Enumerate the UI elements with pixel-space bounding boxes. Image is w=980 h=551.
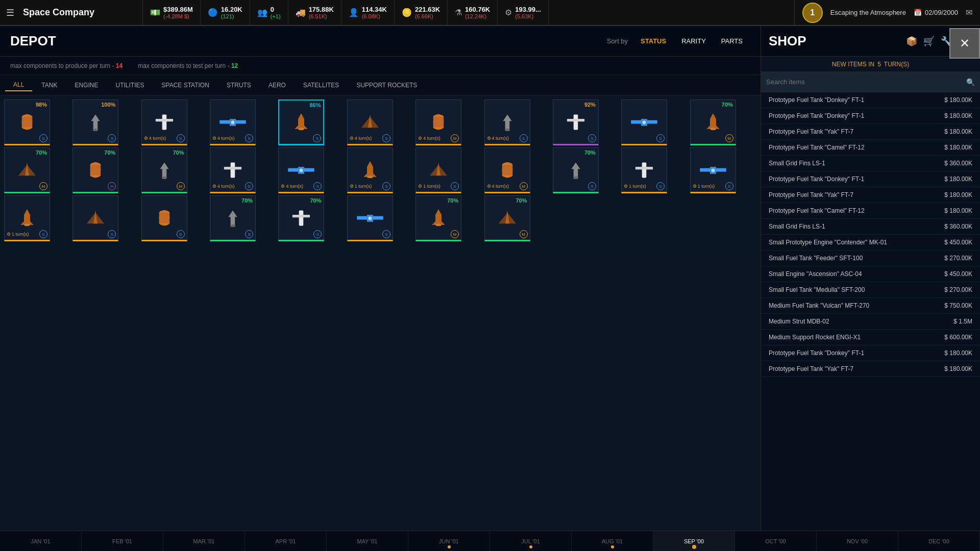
depot-item[interactable]: 70% H	[72, 147, 118, 193]
shop-item-price: $ 180.00K	[944, 176, 972, 183]
timeline-months: JAN '01 FEB '01 MAR '01 APR '01 MAY '01 …	[0, 531, 980, 551]
svg-marker-31	[710, 113, 716, 129]
filter-tab-struts[interactable]: STRUTS	[218, 80, 259, 91]
shop-box-icon[interactable]: 📦	[906, 36, 917, 47]
depot-item[interactable]: ⚙4 turn(s) S	[141, 99, 187, 145]
depot-item[interactable]: 70% S	[553, 147, 599, 193]
shop-list-item[interactable]: Small Fuel Tank "Medulla" SFT-200 $ 270.…	[761, 282, 980, 298]
shop-list-item[interactable]: Prototype Fuel Tank "Donkey" FT-1 $ 180.…	[761, 171, 980, 187]
sort-status-button[interactable]: STATUS	[634, 35, 672, 47]
depot-item[interactable]: 70% S	[278, 195, 324, 241]
depot-item[interactable]: ⚙4 turn(s) S	[347, 99, 393, 145]
shop-list-item[interactable]: Prototype Fuel Tank "Donkey" FT-1 $ 180.…	[761, 345, 980, 361]
depot-item[interactable]: ⚙1 turn(s) S	[415, 147, 461, 193]
depot-item[interactable]: ⚙4 turn(s) S	[210, 147, 256, 193]
svg-rect-64	[635, 167, 653, 169]
date-display: 📅 02/09/2000	[914, 9, 958, 16]
filter-tab-support-rockets[interactable]: SUPPORT ROCKETS	[348, 80, 425, 91]
depot-item-image	[423, 160, 454, 180]
svg-rect-63	[642, 162, 647, 178]
depot-item-pct: 70%	[584, 149, 596, 156]
shop-list-item[interactable]: Medium Support Rocket ENGI-X1 $ 600.00K	[761, 330, 980, 345]
timeline-dot	[529, 545, 532, 548]
size-badge: S	[588, 134, 596, 142]
filter-tab-utilities[interactable]: UTILITIES	[108, 80, 153, 91]
stat-sub-0: (-4.28M $)	[163, 13, 193, 19]
depot-item[interactable]: 70% M	[141, 147, 187, 193]
depot-item-bottom: ⚙4 turn(s) S	[142, 134, 187, 142]
filter-tab-all[interactable]: ALL	[5, 79, 32, 91]
mail-icon[interactable]: ✉	[966, 8, 972, 17]
filter-tab-tank[interactable]: TANK	[33, 80, 65, 91]
depot-item[interactable]: 98% S	[4, 99, 50, 145]
shop-list-item[interactable]: Small Grid Fins LS-1 $ 360.00K	[761, 156, 980, 171]
depot-item[interactable]: ⚙4 turn(s) M	[484, 147, 530, 193]
stat-sub-3: (6.51K)	[309, 13, 334, 19]
depot-item[interactable]: ⚙1 turn(s) S	[347, 147, 393, 193]
shop-list-item[interactable]: Prototype Fuel Tank "Yak" FT-7 $ 180.00K	[761, 361, 980, 377]
depot-item[interactable]: S	[347, 195, 393, 241]
shop-list-item[interactable]: Small Prototype Engine "Contender" MK-01…	[761, 235, 980, 251]
stat-sub-1: (121)	[221, 13, 242, 19]
filter-tab-engine[interactable]: ENGINE	[66, 80, 106, 91]
produce-info: max components to produce per turn - 14	[10, 62, 122, 69]
stat-values-0: $389.86M (-4.28M $)	[163, 6, 193, 19]
shop-list-item[interactable]: Medium Fuel Tank "Vulcan" MFT-270 $ 750.…	[761, 298, 980, 314]
depot-item[interactable]: 70% M	[4, 147, 50, 193]
shop-search[interactable]: 🔍	[761, 72, 980, 92]
stat-icon-3: 🚚	[296, 8, 306, 17]
size-badge: H	[108, 182, 116, 190]
svg-point-24	[504, 128, 509, 131]
depot-item-pct: 70%	[241, 197, 253, 204]
filter-tab-satellites[interactable]: SATELLITES	[295, 80, 347, 91]
timeline-month-4: MAY '01	[327, 531, 408, 551]
depot-item[interactable]: 86% S	[278, 99, 324, 145]
depot-item-bottom: ⚙4 turn(s) S	[348, 134, 393, 142]
depot-item[interactable]: 92% S	[553, 99, 599, 145]
depot-item[interactable]: 70% M	[415, 195, 461, 241]
shop-list-item[interactable]: Prototype Fuel Tank "Camel" FT-12 $ 180.…	[761, 140, 980, 156]
shop-list-item[interactable]: Prototype Fuel Tank "Donkey" FT-1 $ 180.…	[761, 92, 980, 108]
filter-tab-aero[interactable]: AERO	[260, 80, 294, 91]
depot-item[interactable]: ⚙4 turn(s) S	[484, 99, 530, 145]
search-input[interactable]	[766, 78, 966, 86]
depot-item[interactable]: ⚙4 turn(s) S	[210, 99, 256, 145]
depot-item[interactable]: 70% S	[210, 195, 256, 241]
stat-icon-1: 🔵	[208, 8, 218, 17]
shop-list-item[interactable]: Prototype Fuel Tank "Donkey" FT-1 $ 180.…	[761, 108, 980, 124]
filter-tab-space-station[interactable]: SPACE STATION	[154, 80, 217, 91]
shop-list-item[interactable]: Medium Strut MDB-02 $ 1.5M	[761, 314, 980, 330]
shop-list-item[interactable]: Small Engine "Ascension" ASC-04 $ 450.00…	[761, 266, 980, 282]
depot-item[interactable]: 100% S	[72, 99, 118, 145]
sort-rarity-button[interactable]: RARITY	[675, 35, 712, 47]
depot-item[interactable]: ⚙1 turn(s) S	[4, 195, 50, 241]
timeline-month-6: JUL '01	[490, 531, 572, 551]
shop-list-item[interactable]: Prototype Fuel Tank "Yak" FT-7 $ 180.00K	[761, 187, 980, 203]
depot-item[interactable]: 70% M	[690, 99, 736, 145]
depot-item-bottom: ⚙4 turn(s) S	[279, 182, 324, 190]
depot-item[interactable]: ⚙1 turn(s) S	[690, 147, 736, 193]
depot-item[interactable]: S	[141, 195, 187, 241]
depot-item[interactable]: ⚙1 turn(s) S	[621, 147, 667, 193]
stat-sub-7: (5.63K)	[515, 13, 541, 19]
close-button[interactable]: ✕	[949, 28, 980, 59]
depot-item[interactable]: S	[621, 99, 667, 145]
depot-item[interactable]: 70% M	[484, 195, 530, 241]
sort-parts-button[interactable]: PARTS	[715, 35, 749, 47]
stat-item-4: 👤 114.34K (6.08K)	[341, 0, 395, 26]
svg-marker-71	[20, 221, 24, 224]
shop-cart-icon[interactable]: 🛒	[923, 36, 935, 47]
shop-list-item[interactable]: Small Grid Fins LS-1 $ 360.00K	[761, 219, 980, 235]
depot-item[interactable]: S	[72, 195, 118, 241]
shop-list-item[interactable]: Prototype Fuel Tank "Yak" FT-7 $ 180.00K	[761, 124, 980, 140]
depot-item-image	[423, 208, 454, 228]
stats-bar: 💵 $389.86M (-4.28M $) 🔵 16.20K (121) 👥 0…	[143, 0, 794, 26]
shop-list: Prototype Fuel Tank "Donkey" FT-1 $ 180.…	[761, 92, 980, 531]
depot-item[interactable]: ⚙4 turn(s) S	[278, 147, 324, 193]
shop-list-item[interactable]: Small Fuel Tank "Feeder" SFT-100 $ 270.0…	[761, 251, 980, 266]
menu-button[interactable]: ☰	[0, 0, 20, 26]
svg-point-11	[231, 120, 235, 124]
depot-item[interactable]: ⚙4 turn(s) M	[415, 99, 461, 145]
stat-main-7: 193.99...	[515, 6, 541, 13]
shop-list-item[interactable]: Prototype Fuel Tank "Camel" FT-12 $ 180.…	[761, 203, 980, 219]
